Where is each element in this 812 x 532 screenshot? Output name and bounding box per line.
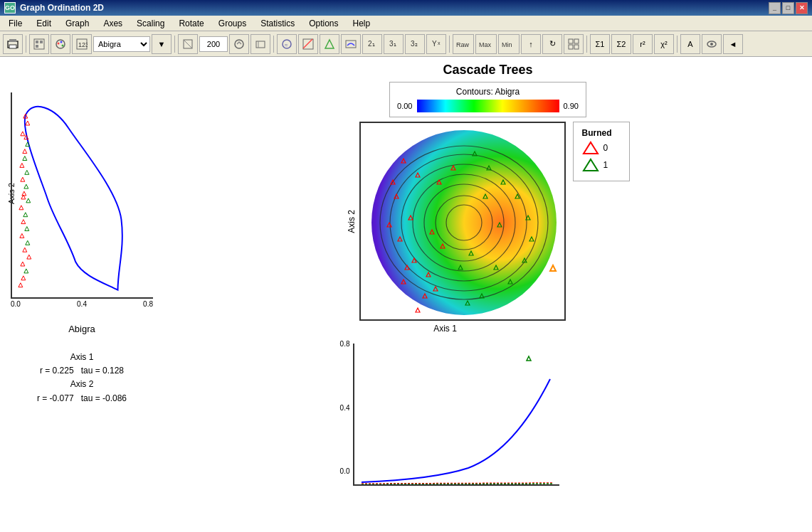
toolbar: 123 Abigra ▼ ≈ 2₁ 3₁ 3₂ Yx Raw Max bbox=[0, 31, 812, 57]
menu-options[interactable]: Options bbox=[303, 17, 344, 30]
species-select[interactable]: Abigra bbox=[93, 36, 150, 52]
tb-sigma1-button[interactable]: Σ1 bbox=[590, 34, 610, 54]
color-bar bbox=[417, 100, 559, 112]
axis2-label: Axis 2 bbox=[347, 210, 357, 233]
tb-btn-g[interactable]: ≈ bbox=[277, 34, 297, 54]
tb-btn-m[interactable]: 3₂ bbox=[405, 34, 425, 54]
window-title: Graph Ordination 2D bbox=[20, 3, 104, 13]
menu-scaling[interactable]: Scaling bbox=[131, 17, 170, 30]
svg-text:Raw: Raw bbox=[456, 41, 470, 48]
legend-title: Burned bbox=[582, 128, 621, 138]
tb-btn-k[interactable]: 2₁ bbox=[362, 34, 382, 54]
menu-file[interactable]: File bbox=[3, 17, 28, 30]
tb-refresh-button[interactable]: ↻ bbox=[542, 34, 562, 54]
tb-a-button[interactable]: A bbox=[680, 34, 700, 54]
tb-triangle-button[interactable]: ◄ bbox=[723, 34, 743, 54]
color-bar-max: 0.90 bbox=[564, 102, 579, 110]
side-scatter-container: Axis 2 bbox=[11, 78, 153, 308]
svg-text:Y: Y bbox=[432, 40, 437, 48]
svg-point-8 bbox=[58, 42, 60, 44]
tb-btn-h[interactable] bbox=[298, 34, 318, 54]
number-input[interactable] bbox=[199, 36, 228, 52]
svg-rect-23 bbox=[346, 41, 356, 48]
svg-text:3₂: 3₂ bbox=[411, 40, 418, 48]
legend-item-0: 0 bbox=[582, 141, 621, 155]
tb-max-button[interactable]: Max bbox=[475, 34, 497, 54]
menu-groups[interactable]: Groups bbox=[213, 17, 252, 30]
tb-r2-button[interactable]: r² bbox=[633, 34, 653, 54]
svg-marker-62 bbox=[27, 255, 31, 259]
svg-marker-107 bbox=[584, 142, 598, 154]
tb-btn-b[interactable] bbox=[51, 34, 70, 54]
stats-axis1-r-tau: r = 0.225 tau = 0.128 bbox=[37, 364, 127, 378]
main-plot-area: Axis 2 bbox=[347, 122, 630, 321]
svg-rect-2 bbox=[9, 45, 16, 48]
svg-marker-48 bbox=[19, 283, 23, 287]
tb-dropdown-arrow[interactable]: ▼ bbox=[152, 34, 172, 54]
side-scatter-plot bbox=[11, 92, 153, 299]
svg-marker-41 bbox=[21, 220, 26, 224]
tb-btn-a[interactable] bbox=[29, 34, 49, 54]
close-button[interactable]: ✕ bbox=[796, 2, 808, 14]
menu-statistics[interactable]: Statistics bbox=[255, 17, 300, 30]
menu-axes[interactable]: Axes bbox=[97, 17, 128, 30]
svg-rect-33 bbox=[574, 39, 579, 43]
tb-btn-c[interactable]: 123 bbox=[72, 34, 92, 54]
svg-marker-59 bbox=[23, 156, 27, 161]
svg-point-10 bbox=[62, 44, 64, 46]
svg-rect-35 bbox=[574, 45, 579, 49]
tb-grid-button[interactable] bbox=[564, 34, 584, 54]
stats-axis2-tau: tau = -0.086 bbox=[81, 393, 127, 403]
menu-bar: File Edit Graph Axes Scaling Rotate Grou… bbox=[0, 16, 812, 31]
svg-rect-5 bbox=[40, 41, 43, 43]
bottom-y-mid: 0.4 bbox=[340, 404, 350, 412]
svg-rect-4 bbox=[36, 41, 38, 43]
side-x-label-2: 0.8 bbox=[143, 300, 153, 308]
print-button[interactable] bbox=[3, 34, 23, 54]
contour-legend: Contours: Abigra 0.00 0.90 bbox=[389, 82, 586, 117]
tb-btn-l[interactable]: 3₁ bbox=[384, 34, 404, 54]
legend-item-1: 1 bbox=[582, 158, 621, 172]
svg-point-37 bbox=[710, 43, 713, 46]
tb-raw-button[interactable]: Raw bbox=[453, 34, 474, 54]
stats-species: Abigra bbox=[37, 322, 127, 337]
app-icon: GO bbox=[4, 2, 16, 14]
svg-marker-53 bbox=[26, 240, 30, 245]
title-bar: GO Graph Ordination 2D _ □ ✕ bbox=[0, 0, 812, 16]
tb-eye-button[interactable] bbox=[702, 34, 722, 54]
menu-graph[interactable]: Graph bbox=[60, 17, 95, 30]
tb-sigma2-button[interactable]: Σ2 bbox=[611, 34, 631, 54]
tb-btn-j[interactable] bbox=[341, 34, 361, 54]
toolbar-separator-6 bbox=[677, 36, 677, 53]
tb-btn-e[interactable] bbox=[229, 34, 249, 54]
tb-btn-d[interactable] bbox=[178, 34, 198, 54]
tb-min-button[interactable]: Min bbox=[498, 34, 520, 54]
color-bar-min: 0.00 bbox=[397, 102, 412, 110]
menu-help[interactable]: Help bbox=[347, 17, 376, 30]
tb-btn-n[interactable]: Yx bbox=[426, 34, 446, 54]
minimize-button[interactable]: _ bbox=[769, 2, 781, 14]
legend-triangle-0 bbox=[582, 141, 599, 155]
svg-rect-1 bbox=[9, 39, 16, 42]
tb-arrow-button[interactable]: ↑ bbox=[521, 34, 541, 54]
svg-marker-22 bbox=[325, 40, 334, 48]
axis1-label: Axis 1 bbox=[433, 324, 457, 334]
menu-rotate[interactable]: Rotate bbox=[173, 17, 209, 30]
svg-marker-43 bbox=[22, 191, 26, 196]
stats-axis1-r: r = 0.225 bbox=[40, 366, 74, 376]
svg-marker-56 bbox=[26, 198, 31, 203]
tb-btn-i[interactable] bbox=[320, 34, 339, 54]
bottom-scatter-svg bbox=[354, 344, 559, 486]
svg-rect-34 bbox=[569, 45, 573, 49]
maximize-button[interactable]: □ bbox=[782, 2, 794, 14]
svg-point-15 bbox=[235, 40, 243, 48]
svg-marker-46 bbox=[23, 149, 27, 154]
tb-chi2-button[interactable]: χ² bbox=[654, 34, 674, 54]
tb-btn-f[interactable] bbox=[251, 34, 270, 54]
stats-axis2-label: Axis 2 bbox=[37, 378, 127, 391]
svg-text:≈: ≈ bbox=[285, 42, 288, 48]
svg-text:2₁: 2₁ bbox=[368, 40, 375, 48]
menu-edit[interactable]: Edit bbox=[31, 17, 57, 30]
svg-marker-42 bbox=[19, 206, 23, 210]
svg-point-9 bbox=[60, 41, 63, 43]
